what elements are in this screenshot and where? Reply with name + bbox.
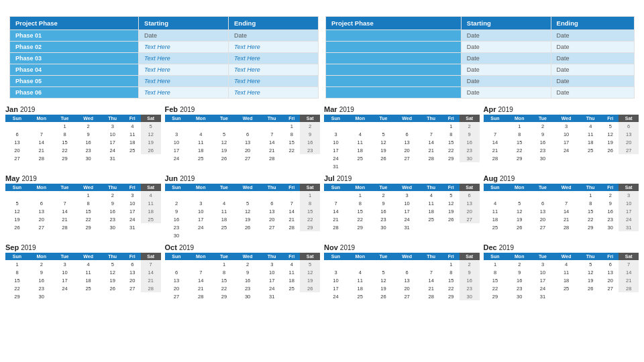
cal-day-cell: 3 bbox=[553, 122, 579, 130]
cal-day-cell: 16 bbox=[602, 207, 619, 215]
cal-day-cell: 28 bbox=[54, 223, 76, 231]
cal-day-cell: 29 bbox=[76, 223, 101, 231]
right-starting-0: Date bbox=[461, 30, 551, 42]
cal-day-cell: 25 bbox=[213, 223, 235, 231]
cal-day-cell: 26 bbox=[579, 284, 602, 292]
cal-day-cell: 13 bbox=[394, 276, 420, 284]
cal-day-header: Tue bbox=[532, 184, 553, 191]
cal-day-cell: 16 bbox=[532, 138, 553, 146]
cal-day-cell: 11 bbox=[553, 268, 579, 276]
cal-day-cell: 15 bbox=[506, 138, 532, 146]
cal-day-cell: 19 bbox=[235, 215, 260, 223]
cal-day-cell: 28 bbox=[484, 154, 507, 162]
cal-day-cell: 23 bbox=[532, 146, 553, 154]
cal-day-cell: 18 bbox=[76, 276, 101, 284]
cal-day-cell: 3 bbox=[165, 130, 189, 138]
cal-day-cell: 10 bbox=[101, 130, 124, 138]
cal-day-header: Mon bbox=[188, 115, 213, 122]
cal-day-cell bbox=[420, 223, 443, 231]
cal-day-header: Tue bbox=[532, 253, 553, 260]
cal-day-cell bbox=[213, 231, 235, 239]
cal-day-cell: 20 bbox=[532, 215, 553, 223]
cal-day-cell bbox=[394, 122, 420, 130]
cal-day-cell bbox=[506, 191, 532, 199]
cal-day-cell: 16 bbox=[460, 138, 480, 146]
cal-day-header: Wed bbox=[553, 253, 579, 260]
cal-day-header: Sun bbox=[324, 184, 347, 191]
cal-day-cell: 15 bbox=[484, 276, 507, 284]
cal-day-cell bbox=[188, 231, 213, 239]
calendar-nov-2019: Nov 2019SunMonTueWedThuFriSat12345678910… bbox=[324, 243, 480, 300]
calendar-title: Aug 2019 bbox=[484, 174, 639, 182]
cal-day-header: Tue bbox=[373, 253, 394, 260]
cal-day-cell: 31 bbox=[619, 223, 639, 231]
cal-day-cell: 1 bbox=[347, 191, 373, 199]
cal-day-header: Thu bbox=[579, 184, 602, 191]
right-starting-3: Date bbox=[461, 64, 551, 76]
cal-day-cell: 15 bbox=[443, 138, 460, 146]
cal-day-cell: 25 bbox=[347, 292, 373, 300]
cal-day-cell bbox=[602, 154, 619, 162]
cal-day-cell: 30 bbox=[101, 223, 124, 231]
cal-day-header: Thu bbox=[101, 115, 124, 122]
cal-day-cell: 18 bbox=[553, 276, 579, 284]
cal-day-cell: 9 bbox=[602, 199, 619, 207]
cal-day-cell: 11 bbox=[141, 199, 161, 207]
cal-day-cell: 6 bbox=[124, 260, 141, 268]
cal-day-cell: 7 bbox=[324, 199, 347, 207]
cal-day-cell: 31 bbox=[532, 292, 553, 300]
cal-day-cell: 17 bbox=[124, 207, 141, 215]
cal-day-cell: 18 bbox=[484, 215, 507, 223]
cal-day-cell: 10 bbox=[165, 138, 189, 146]
cal-day-cell: 8 bbox=[5, 268, 29, 276]
cal-day-cell: 13 bbox=[165, 276, 189, 284]
cal-day-cell: 11 bbox=[420, 199, 443, 207]
cal-day-header: Thu bbox=[260, 253, 283, 260]
cal-day-cell: 22 bbox=[506, 146, 532, 154]
cal-day-header: Sun bbox=[324, 253, 347, 260]
cal-day-cell: 12 bbox=[443, 199, 460, 207]
cal-day-cell: 27 bbox=[5, 154, 29, 162]
cal-day-cell: 10 bbox=[124, 199, 141, 207]
cal-day-header: Sat bbox=[141, 115, 161, 122]
calendar-title: Nov 2019 bbox=[324, 243, 480, 251]
cal-day-cell: 30 bbox=[460, 154, 480, 162]
cal-day-cell bbox=[443, 223, 460, 231]
cal-day-cell: 6 bbox=[460, 191, 480, 199]
left-phase-table: Project Phase Starting Ending Phase 01 D… bbox=[9, 16, 319, 99]
cal-day-cell: 23 bbox=[506, 284, 532, 292]
cal-day-cell: 29 bbox=[579, 223, 602, 231]
cal-day-cell: 4 bbox=[347, 130, 373, 138]
left-ending-3: Text Here bbox=[229, 64, 319, 76]
cal-day-cell: 2 bbox=[460, 260, 480, 268]
cal-day-cell: 3 bbox=[324, 130, 347, 138]
cal-day-cell: 7 bbox=[553, 199, 579, 207]
cal-day-cell: 26 bbox=[5, 223, 29, 231]
cal-day-cell: 21 bbox=[260, 146, 283, 154]
cal-day-cell: 30 bbox=[460, 292, 480, 300]
cal-day-cell: 17 bbox=[619, 207, 639, 215]
cal-day-cell bbox=[260, 231, 283, 239]
cal-day-cell: 5 bbox=[300, 260, 320, 268]
cal-day-cell: 9 bbox=[460, 268, 480, 276]
calendar-aug-2019: Aug 2019SunMonTueWedThuFriSat12345678910… bbox=[484, 174, 639, 239]
cal-day-cell: 7 bbox=[420, 268, 443, 276]
cal-day-cell bbox=[324, 260, 347, 268]
cal-day-header: Mon bbox=[29, 184, 54, 191]
cal-day-cell: 22 bbox=[54, 146, 76, 154]
cal-day-cell: 14 bbox=[29, 138, 54, 146]
cal-day-cell: 25 bbox=[124, 146, 141, 154]
cal-day-header: Sat bbox=[141, 184, 161, 191]
cal-day-cell bbox=[283, 231, 300, 239]
calendar-title: Oct 2019 bbox=[165, 243, 321, 251]
cal-day-cell: 6 bbox=[532, 199, 553, 207]
cal-day-cell: 7 bbox=[283, 199, 300, 207]
cal-day-cell: 23 bbox=[460, 284, 480, 292]
cal-day-cell bbox=[188, 191, 213, 199]
cal-day-cell: 20 bbox=[394, 146, 420, 154]
cal-day-header: Mon bbox=[347, 115, 373, 122]
cal-day-cell bbox=[579, 154, 602, 162]
right-phase-0 bbox=[326, 30, 462, 42]
cal-day-cell: 24 bbox=[101, 146, 124, 154]
cal-day-header: Tue bbox=[54, 253, 76, 260]
